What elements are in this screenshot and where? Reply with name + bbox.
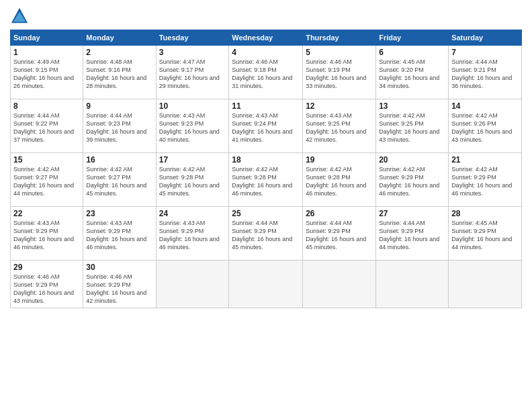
table-row: 11Sunrise: 4:43 AMSunset: 9:24 PMDayligh… (229, 99, 303, 153)
header (10, 7, 522, 26)
col-thursday: Thursday (303, 30, 376, 46)
day-info: Sunrise: 4:44 AMSunset: 9:23 PMDaylight:… (86, 111, 152, 144)
day-info: Sunrise: 4:44 AMSunset: 9:21 PMDaylight:… (451, 58, 519, 91)
col-tuesday: Tuesday (156, 30, 229, 46)
day-info: Sunrise: 4:42 AMSunset: 9:27 PMDaylight:… (86, 165, 152, 198)
table-row: 29Sunrise: 4:46 AMSunset: 9:29 PMDayligh… (11, 261, 83, 308)
table-row: 15Sunrise: 4:42 AMSunset: 9:27 PMDayligh… (11, 153, 83, 207)
table-row: 25Sunrise: 4:44 AMSunset: 9:29 PMDayligh… (229, 207, 303, 261)
day-number: 23 (86, 209, 152, 218)
day-info: Sunrise: 4:45 AMSunset: 9:29 PMDaylight:… (451, 219, 519, 252)
day-info: Sunrise: 4:42 AMSunset: 9:28 PMDaylight:… (306, 165, 373, 198)
table-row: 16Sunrise: 4:42 AMSunset: 9:27 PMDayligh… (83, 153, 156, 207)
table-row: 7Sunrise: 4:44 AMSunset: 9:21 PMDaylight… (449, 46, 522, 99)
day-number: 21 (451, 155, 519, 165)
day-number: 18 (232, 155, 300, 165)
day-info: Sunrise: 4:44 AMSunset: 9:29 PMDaylight:… (379, 219, 445, 252)
table-row: 14Sunrise: 4:42 AMSunset: 9:26 PMDayligh… (449, 99, 522, 153)
day-number: 10 (159, 101, 226, 111)
table-row: 26Sunrise: 4:44 AMSunset: 9:29 PMDayligh… (303, 207, 376, 261)
day-number: 29 (13, 263, 80, 272)
day-number: 16 (86, 155, 152, 165)
col-friday: Friday (376, 30, 449, 46)
table-row: 30Sunrise: 4:46 AMSunset: 9:29 PMDayligh… (83, 261, 156, 308)
table-row: 1Sunrise: 4:49 AMSunset: 9:15 PMDaylight… (11, 46, 83, 99)
logo (10, 7, 32, 26)
day-info: Sunrise: 4:46 AMSunset: 9:29 PMDaylight:… (13, 273, 80, 306)
calendar-row: 15Sunrise: 4:42 AMSunset: 9:27 PMDayligh… (11, 153, 522, 207)
day-info: Sunrise: 4:46 AMSunset: 9:19 PMDaylight:… (306, 58, 373, 91)
day-number: 5 (306, 48, 373, 57)
table-row: 2Sunrise: 4:48 AMSunset: 9:16 PMDaylight… (83, 46, 156, 99)
day-info: Sunrise: 4:43 AMSunset: 9:24 PMDaylight:… (232, 111, 300, 144)
col-sunday: Sunday (11, 30, 83, 46)
day-number: 9 (86, 101, 152, 111)
col-monday: Monday (83, 30, 156, 46)
day-number: 24 (159, 209, 226, 218)
table-row: 5Sunrise: 4:46 AMSunset: 9:19 PMDaylight… (303, 46, 376, 99)
day-number: 14 (451, 101, 519, 111)
day-info: Sunrise: 4:47 AMSunset: 9:17 PMDaylight:… (159, 58, 226, 91)
day-info: Sunrise: 4:42 AMSunset: 9:26 PMDaylight:… (451, 111, 519, 144)
day-number: 12 (306, 101, 373, 111)
day-info: Sunrise: 4:43 AMSunset: 9:29 PMDaylight:… (86, 219, 152, 252)
day-number: 2 (86, 48, 152, 57)
day-info: Sunrise: 4:46 AMSunset: 9:18 PMDaylight:… (232, 58, 300, 91)
day-number: 15 (13, 155, 80, 165)
day-info: Sunrise: 4:44 AMSunset: 9:29 PMDaylight:… (232, 219, 300, 252)
day-number: 26 (306, 209, 373, 218)
day-number: 8 (13, 101, 80, 111)
day-number: 7 (451, 48, 519, 57)
day-number: 19 (306, 155, 373, 165)
day-number: 3 (159, 48, 226, 57)
day-number: 25 (232, 209, 300, 218)
day-info: Sunrise: 4:42 AMSunset: 9:28 PMDaylight:… (232, 165, 300, 198)
day-info: Sunrise: 4:42 AMSunset: 9:27 PMDaylight:… (13, 165, 80, 198)
table-row: 19Sunrise: 4:42 AMSunset: 9:28 PMDayligh… (303, 153, 376, 207)
day-info: Sunrise: 4:43 AMSunset: 9:29 PMDaylight:… (159, 219, 226, 252)
day-info: Sunrise: 4:43 AMSunset: 9:23 PMDaylight:… (159, 111, 226, 144)
table-row: 4Sunrise: 4:46 AMSunset: 9:18 PMDaylight… (229, 46, 303, 99)
calendar-header-row: Sunday Monday Tuesday Wednesday Thursday… (11, 30, 522, 46)
col-wednesday: Wednesday (229, 30, 303, 46)
col-saturday: Saturday (449, 30, 522, 46)
day-info: Sunrise: 4:44 AMSunset: 9:22 PMDaylight:… (13, 111, 80, 144)
calendar-row: 1Sunrise: 4:49 AMSunset: 9:15 PMDaylight… (11, 46, 522, 99)
table-row (156, 261, 229, 308)
table-row (449, 261, 522, 308)
table-row (376, 261, 449, 308)
day-number: 22 (13, 209, 80, 218)
calendar-row: 8Sunrise: 4:44 AMSunset: 9:22 PMDaylight… (11, 99, 522, 153)
day-info: Sunrise: 4:43 AMSunset: 9:25 PMDaylight:… (306, 111, 373, 144)
table-row: 8Sunrise: 4:44 AMSunset: 9:22 PMDaylight… (11, 99, 83, 153)
day-info: Sunrise: 4:44 AMSunset: 9:29 PMDaylight:… (306, 219, 373, 252)
day-number: 27 (379, 209, 445, 218)
calendar-row: 22Sunrise: 4:43 AMSunset: 9:29 PMDayligh… (11, 207, 522, 261)
table-row: 10Sunrise: 4:43 AMSunset: 9:23 PMDayligh… (156, 99, 229, 153)
table-row: 28Sunrise: 4:45 AMSunset: 9:29 PMDayligh… (449, 207, 522, 261)
table-row: 23Sunrise: 4:43 AMSunset: 9:29 PMDayligh… (83, 207, 156, 261)
table-row: 27Sunrise: 4:44 AMSunset: 9:29 PMDayligh… (376, 207, 449, 261)
day-info: Sunrise: 4:42 AMSunset: 9:29 PMDaylight:… (451, 165, 519, 198)
day-number: 20 (379, 155, 445, 165)
table-row: 22Sunrise: 4:43 AMSunset: 9:29 PMDayligh… (11, 207, 83, 261)
day-info: Sunrise: 4:45 AMSunset: 9:20 PMDaylight:… (379, 58, 445, 91)
table-row: 20Sunrise: 4:42 AMSunset: 9:29 PMDayligh… (376, 153, 449, 207)
table-row: 6Sunrise: 4:45 AMSunset: 9:20 PMDaylight… (376, 46, 449, 99)
calendar-row: 29Sunrise: 4:46 AMSunset: 9:29 PMDayligh… (11, 261, 522, 308)
day-number: 13 (379, 101, 445, 111)
day-info: Sunrise: 4:49 AMSunset: 9:15 PMDaylight:… (13, 58, 80, 91)
day-info: Sunrise: 4:46 AMSunset: 9:29 PMDaylight:… (86, 273, 152, 306)
day-info: Sunrise: 4:42 AMSunset: 9:28 PMDaylight:… (159, 165, 226, 198)
day-info: Sunrise: 4:42 AMSunset: 9:25 PMDaylight:… (379, 111, 445, 144)
calendar: Sunday Monday Tuesday Wednesday Thursday… (10, 30, 522, 308)
table-row: 17Sunrise: 4:42 AMSunset: 9:28 PMDayligh… (156, 153, 229, 207)
day-number: 30 (86, 263, 152, 272)
day-info: Sunrise: 4:43 AMSunset: 9:29 PMDaylight:… (13, 219, 80, 252)
day-info: Sunrise: 4:48 AMSunset: 9:16 PMDaylight:… (86, 58, 152, 91)
table-row: 24Sunrise: 4:43 AMSunset: 9:29 PMDayligh… (156, 207, 229, 261)
table-row (303, 261, 376, 308)
day-number: 6 (379, 48, 445, 57)
day-number: 4 (232, 48, 300, 57)
table-row: 13Sunrise: 4:42 AMSunset: 9:25 PMDayligh… (376, 99, 449, 153)
